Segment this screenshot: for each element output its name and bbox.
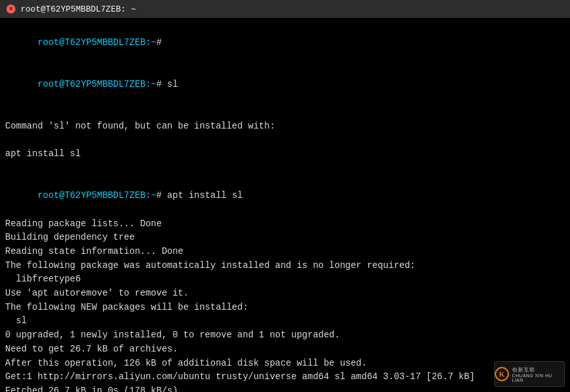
terminal-body[interactable]: root@T62YP5MBBDL7ZEB:~# root@T62YP5MBBDL… (0, 18, 570, 392)
terminal-line: After this operation, 126 kB of addition… (5, 357, 565, 371)
prompt-text: root@T62YP5MBBDL7ZEB: (37, 37, 150, 48)
prompt-hash: # (156, 79, 167, 89)
watermark-line2: CHUANG XIN HU LIAN (512, 373, 564, 382)
watermark: K 创新互联 CHUANG XIN HU LIAN (494, 361, 565, 387)
terminal-line: libfreetype6 (5, 272, 565, 287)
prompt-hash: # (156, 37, 167, 48)
watermark-text: 创新互联 CHUANG XIN HU LIAN (512, 366, 564, 382)
blank-line (5, 105, 565, 120)
terminal-line: root@T62YP5MBBDL7ZEB:~# sl (5, 64, 565, 105)
blank-line (5, 161, 565, 175)
terminal-window: × root@T62YP5MBBDL7ZEB: ~ root@T62YP5MBB… (0, 0, 570, 392)
prompt-tilde: ~ (151, 190, 156, 200)
window-title: root@T62YP5MBBDL7ZEB: ~ (21, 4, 136, 14)
terminal-line: The following package was automatically … (5, 259, 565, 273)
prompt-text: root@T62YP5MBBDL7ZEB: (37, 79, 150, 89)
terminal-line: 0 upgraded, 1 newly installed, 0 to remo… (5, 328, 565, 343)
watermark-line1: 创新互联 (512, 366, 564, 373)
prompt-tilde: ~ (151, 79, 156, 89)
blank-line (5, 134, 565, 148)
watermark-icon: K (495, 367, 509, 381)
title-bar: × root@T62YP5MBBDL7ZEB: ~ (0, 0, 570, 18)
close-button[interactable]: × (6, 4, 15, 13)
command-text: sl (167, 79, 178, 89)
terminal-line: Fetched 26.7 kB in 0s (178 kB/s) (5, 384, 565, 392)
terminal-line: root@T62YP5MBBDL7ZEB:~# apt install sl (5, 175, 565, 217)
terminal-line: root@T62YP5MBBDL7ZEB:~# (5, 22, 565, 64)
prompt-text: root@T62YP5MBBDL7ZEB: (37, 190, 150, 200)
terminal-line: sl (5, 314, 565, 328)
terminal-line: Reading package lists... Done (5, 217, 565, 231)
prompt-hash: # (156, 190, 167, 200)
terminal-line: apt install sl (5, 147, 565, 161)
terminal-line: Use 'apt autoremove' to remove it. (5, 287, 565, 301)
prompt-tilde: ~ (151, 37, 156, 48)
terminal-line: The following NEW packages will be insta… (5, 301, 565, 315)
terminal-line: Command 'sl' not found, but can be insta… (5, 120, 565, 134)
terminal-line: Building dependency tree (5, 231, 565, 245)
terminal-line: Get:1 http://mirrors.aliyun.com/ubuntu t… (5, 370, 565, 384)
command-text: apt install sl (167, 190, 243, 200)
terminal-line: Reading state information... Done (5, 245, 565, 259)
terminal-line: Need to get 26.7 kB of archives. (5, 343, 565, 357)
